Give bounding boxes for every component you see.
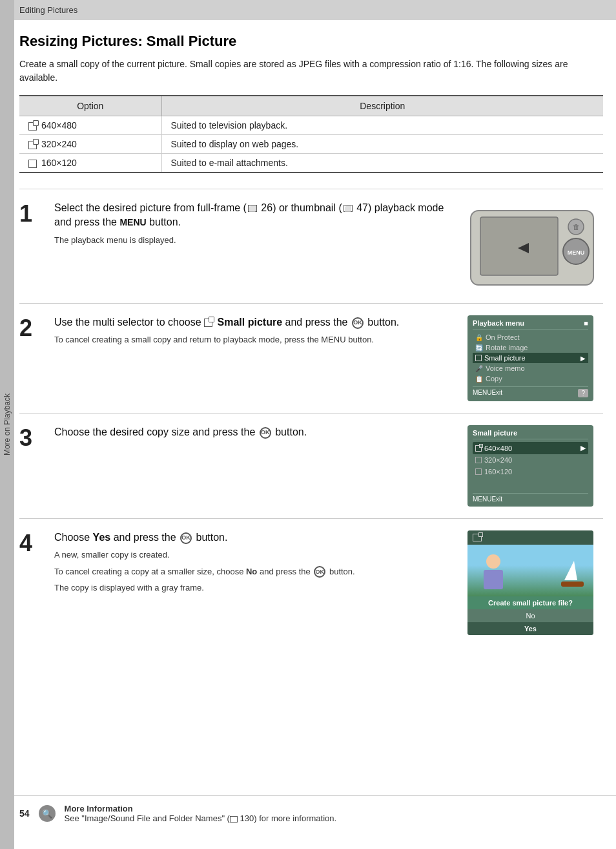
camera-mockup-1: MENU 🗑 xyxy=(467,201,597,291)
icon-320 xyxy=(28,141,37,149)
step-2-image: Playback menu ■ 🔒 On Protect 🔄 Rotate im… xyxy=(467,315,603,401)
icon-book-26: ⬜ xyxy=(248,205,257,212)
sp-menu-title: Small picture xyxy=(473,429,588,439)
playback-menu-mockup: Playback menu ■ 🔒 On Protect 🔄 Rotate im… xyxy=(467,315,593,401)
pb-menu-item-rotate: 🔄 Rotate image xyxy=(473,342,588,353)
create-dialog-mockup: Create small picture file? No Yes xyxy=(467,530,593,635)
rotate-icon: 🔄 xyxy=(475,344,483,351)
create-dialog-message: Create small picture file? xyxy=(467,596,593,609)
pb-menu-exit: MENUExit xyxy=(473,389,502,397)
step-1-image: MENU 🗑 xyxy=(467,201,603,291)
table-cell-option: 160×120 xyxy=(19,154,161,173)
create-dialog-no: No xyxy=(467,609,593,622)
table-row: 320×240 Suited to display on web pages. xyxy=(19,135,603,154)
pb-menu-icon: ■ xyxy=(584,319,588,327)
table-cell-option: 320×240 xyxy=(19,135,161,154)
page-header: Editing Pictures xyxy=(0,0,616,20)
step-1-note: The playback menu is displayed. xyxy=(54,234,456,247)
step-4-note1: A new, smaller copy is created. xyxy=(54,549,456,561)
pb-menu-item-small-picture: Small picture ▶ xyxy=(473,353,588,363)
sp-icon-320 xyxy=(475,457,482,463)
icon-small-pic xyxy=(204,319,212,327)
sp-icon-160 xyxy=(475,468,482,475)
table-cell-option: 640×480 xyxy=(19,116,161,135)
step-4-image: Create small picture file? No Yes xyxy=(467,530,603,635)
step-3: 3 Choose the desired copy size and press… xyxy=(19,413,603,518)
step-4-title: Choose Yes and press the OK button. xyxy=(54,530,456,545)
step-3-image: Small picture 640×480 ▶ 320×240 xyxy=(467,425,603,507)
step-2-title: Use the multi selector to choose Small p… xyxy=(54,315,456,330)
small-pic-icon xyxy=(475,355,482,361)
create-mock-header xyxy=(467,530,593,545)
sidebar: More on Playback xyxy=(0,0,14,849)
pb-menu-item-copy: 📋 Copy xyxy=(473,373,588,384)
table-header-option: Option xyxy=(19,96,161,116)
step-4: 4 Choose Yes and press the OK button. A … xyxy=(19,518,603,647)
pb-menu-title-text: Playback menu xyxy=(473,319,524,327)
protect-icon: 🔒 xyxy=(475,334,483,341)
pb-menu-item-voice: 🎤 Voice memo xyxy=(473,363,588,373)
table-header-description: Description xyxy=(161,96,603,116)
table-cell-desc: Suited to e-mail attachments. xyxy=(161,154,603,173)
sp-menu-item-320: 320×240 xyxy=(473,454,588,466)
step-4-note2: To cancel creating a copy at a smaller s… xyxy=(54,565,456,578)
pb-menu-help-icon: ? xyxy=(578,389,588,397)
more-info-icon: 🔍 xyxy=(39,805,56,822)
copy-icon: 📋 xyxy=(475,375,483,383)
pb-menu-footer: MENUExit ? xyxy=(473,386,588,397)
options-table: Option Description 640×480 Suited to tel… xyxy=(19,95,603,173)
intro-text: Create a small copy of the current pictu… xyxy=(19,58,603,85)
step-3-title: Choose the desired copy size and press t… xyxy=(54,425,456,439)
icon-160 xyxy=(28,160,37,168)
table-row: 160×120 Suited to e-mail attachments. xyxy=(19,154,603,173)
step-2-note: To cancel creating a small copy and retu… xyxy=(54,333,456,346)
header-label: Editing Pictures xyxy=(19,5,77,15)
step-4-note3: The copy is displayed with a gray frame. xyxy=(54,582,456,594)
svg-text:MENU: MENU xyxy=(568,249,585,256)
svg-rect-1 xyxy=(480,217,558,275)
sp-menu-footer: MENUExit xyxy=(473,493,588,503)
create-mock-image xyxy=(467,545,593,596)
step-4-number: 4 xyxy=(19,532,43,555)
more-info-text: More Information See "Image/Sound File a… xyxy=(65,804,337,823)
svg-text:🗑: 🗑 xyxy=(573,223,580,231)
icon-book-47: ⬜ xyxy=(344,205,353,212)
create-dialog-yes: Yes xyxy=(467,622,593,635)
more-info-detail: See "Image/Sound File and Folder Names" … xyxy=(65,813,337,823)
step-2: 2 Use the multi selector to choose Small… xyxy=(19,303,603,413)
sidebar-label: More on Playback xyxy=(3,393,12,456)
table-row: 640×480 Suited to television playback. xyxy=(19,116,603,135)
step-1-title: Select the desired picture from full-fra… xyxy=(54,201,456,230)
step-1-number: 1 xyxy=(19,202,43,225)
step-3-number: 3 xyxy=(19,426,43,450)
step-1: 1 Select the desired picture from full-f… xyxy=(19,189,603,303)
arrow-right-icon: ▶ xyxy=(580,355,586,362)
icon-640 xyxy=(28,122,37,131)
sp-arrow-icon: ▶ xyxy=(580,444,586,452)
voice-icon: 🎤 xyxy=(475,365,483,372)
create-dialog-icon xyxy=(473,534,482,541)
sp-menu-item-640: 640×480 ▶ xyxy=(473,442,588,454)
table-cell-desc: Suited to display on web pages. xyxy=(161,135,603,154)
sp-icon-640 xyxy=(475,445,482,452)
page-footer: 54 🔍 More Information See "Image/Sound F… xyxy=(0,795,616,831)
step-2-number: 2 xyxy=(19,317,43,340)
page-number: 54 xyxy=(19,808,30,819)
more-info-label: More Information xyxy=(65,804,133,813)
sp-menu-item-160: 160×120 xyxy=(473,466,588,477)
page-title: Resizing Pictures: Small Picture xyxy=(19,33,603,50)
sp-menu-exit: MENUExit xyxy=(473,496,502,503)
small-picture-menu-mockup: Small picture 640×480 ▶ 320×240 xyxy=(467,425,593,507)
pb-menu-item-protect: 🔒 On Protect xyxy=(473,332,588,342)
table-cell-desc: Suited to television playback. xyxy=(161,116,603,135)
